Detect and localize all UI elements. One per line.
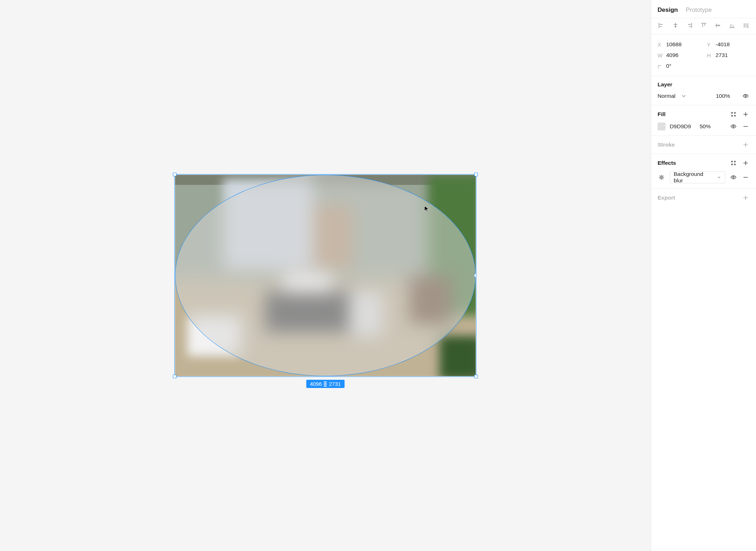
eye-icon[interactable] <box>730 123 737 130</box>
svg-point-7 <box>734 161 735 162</box>
section-fill: Fill D9D9D9 50% <box>651 105 756 135</box>
align-top-icon[interactable] <box>700 22 707 29</box>
effect-settings-icon[interactable] <box>658 173 665 181</box>
stroke-title: Stroke <box>658 142 675 148</box>
rotation-icon <box>658 63 663 69</box>
align-right-icon[interactable] <box>686 22 693 29</box>
svg-point-8 <box>731 164 732 165</box>
selected-layer[interactable]: 4096 2731 <box>175 175 476 376</box>
resize-handle-tr[interactable] <box>474 173 478 176</box>
fill-swatch[interactable] <box>658 123 665 130</box>
alignment-bar <box>651 18 756 34</box>
layer-opacity[interactable]: 100% <box>716 93 737 99</box>
section-layer: Layer Normal 100% <box>651 76 756 105</box>
svg-point-3 <box>731 115 732 116</box>
align-more-icon[interactable] <box>742 22 750 29</box>
effect-type-select[interactable]: Background blur <box>670 171 725 183</box>
layer-blend-mode[interactable]: Normal <box>658 93 675 99</box>
chevron-down-icon <box>717 175 721 179</box>
layer-image[interactable] <box>175 175 476 376</box>
badge-width: 4096 <box>310 381 322 387</box>
chevron-down-icon[interactable] <box>680 92 688 100</box>
remove-fill-icon[interactable] <box>742 123 750 130</box>
resize-handle-tl[interactable] <box>173 173 176 176</box>
svg-point-10 <box>661 177 663 178</box>
svg-point-5 <box>733 126 734 127</box>
label-x: X <box>658 42 663 48</box>
svg-point-4 <box>734 115 735 116</box>
align-bottom-icon[interactable] <box>728 22 736 29</box>
effects-title: Effects <box>658 160 676 166</box>
add-effect-icon[interactable] <box>742 159 750 167</box>
badge-height: 2731 <box>329 381 341 387</box>
label-w: W <box>658 52 663 58</box>
add-fill-icon[interactable] <box>742 110 750 118</box>
tab-prototype[interactable]: Prototype <box>686 6 712 14</box>
inspector-tabs: Design Prototype <box>651 0 756 18</box>
section-geometry: X 10688 W 4096 0° Y -4018 <box>651 34 756 76</box>
svg-point-9 <box>734 164 735 165</box>
effect-type-label: Background blur <box>674 171 713 184</box>
dimensions-separator-icon <box>324 382 327 387</box>
fill-hex[interactable]: D9D9D9 <box>670 123 691 130</box>
dimensions-badge: 4096 2731 <box>306 380 345 388</box>
tab-design[interactable]: Design <box>658 6 678 14</box>
canvas[interactable]: 4096 2731 <box>0 0 651 551</box>
effects-styles-icon[interactable] <box>730 159 737 167</box>
value-w[interactable]: 4096 <box>666 52 696 58</box>
value-x[interactable]: 10688 <box>666 41 696 48</box>
resize-handle-bl[interactable] <box>173 375 176 378</box>
align-left-icon[interactable] <box>658 22 665 29</box>
svg-point-0 <box>745 95 746 97</box>
section-export: Export <box>651 188 756 207</box>
inspector-panel: Design Prototype X 10688 W 4096 <box>651 0 756 551</box>
svg-point-11 <box>733 177 734 178</box>
align-v-center-icon[interactable] <box>714 22 721 29</box>
eye-icon[interactable] <box>730 173 737 181</box>
label-y: Y <box>707 42 713 48</box>
add-export-icon[interactable] <box>742 194 750 202</box>
add-stroke-icon[interactable] <box>742 141 750 149</box>
svg-point-1 <box>731 112 732 113</box>
fill-styles-icon[interactable] <box>730 110 737 118</box>
export-title: Export <box>658 195 675 201</box>
eye-icon[interactable] <box>742 92 750 100</box>
value-h[interactable]: 2731 <box>716 52 745 58</box>
label-h: H <box>707 52 713 58</box>
align-h-center-icon[interactable] <box>672 22 679 29</box>
svg-point-2 <box>734 112 735 113</box>
resize-handle-br[interactable] <box>474 375 478 378</box>
remove-effect-icon[interactable] <box>742 173 750 181</box>
section-stroke: Stroke <box>651 135 756 154</box>
fill-opacity[interactable]: 50% <box>699 123 721 130</box>
ellipse-shape[interactable] <box>175 175 476 376</box>
value-y[interactable]: -4018 <box>716 41 745 48</box>
ellipse-vertex-handle[interactable] <box>474 274 476 277</box>
value-rotation[interactable]: 0° <box>666 63 696 69</box>
section-effects: Effects Background blur <box>651 154 756 188</box>
layer-title: Layer <box>658 81 750 91</box>
fill-title: Fill <box>658 111 665 118</box>
svg-point-6 <box>731 161 732 162</box>
